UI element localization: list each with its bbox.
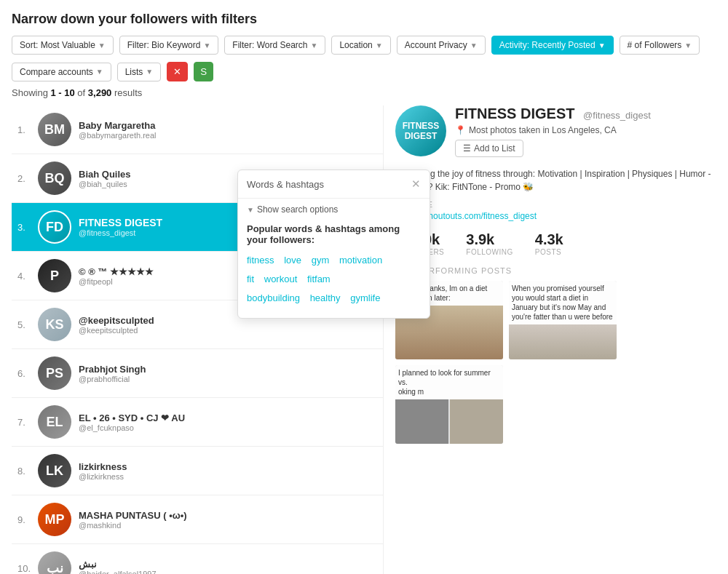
item-handle: @el_fcuknpaso [79, 423, 377, 432]
sort-label: Sort: Most Valuable [20, 40, 95, 50]
item-info: Prabhjot Singh @prabhofficial [79, 364, 377, 383]
profile-location-text: Most photos taken in Los Angeles, CA [469, 125, 617, 135]
account-privacy-dropdown[interactable]: Account Privacy ▼ [397, 36, 486, 55]
post-image-area [509, 324, 617, 359]
tag-healthy[interactable]: healthy [310, 292, 341, 303]
popular-tags: fitness love gym motivation fit workout … [238, 248, 430, 308]
item-info: Baby Margaretha @babymargareth.real [79, 120, 377, 140]
profile-name: FITNESS DIGEST [455, 105, 574, 121]
page-title: Narrow down your followers with filters [12, 12, 716, 27]
filter-word-caret: ▼ [311, 41, 318, 49]
tag-love[interactable]: love [284, 255, 301, 266]
item-number: 5. [17, 319, 38, 330]
show-search-options[interactable]: ▼ Show search options [238, 199, 430, 216]
arrow-icon: ▼ [247, 206, 254, 214]
profile-avatar: FITNESSDIGEST [395, 105, 446, 156]
item-number: 8. [17, 466, 38, 477]
profile-bio: Spreading the joy of fitness through: Mo… [395, 167, 716, 194]
word-search-popup: ✕ ▼ Show search options Popular words & … [237, 170, 430, 319]
filter-word-dropdown[interactable]: Filter: Word Search ▼ [224, 36, 325, 55]
tag-workout[interactable]: workout [264, 274, 298, 284]
account-privacy-caret: ▼ [470, 41, 478, 49]
followers-caret: ▼ [684, 41, 692, 49]
clear-search-button[interactable]: ✕ [411, 178, 421, 191]
item-handle: @babymargareth.real [79, 131, 377, 140]
item-info: EL • 26 • SYD • CJ ❤ AU @el_fcuknpaso [79, 412, 377, 432]
item-number: 6. [17, 368, 38, 379]
stat-following: 3.9k FOLLOWING [466, 231, 513, 256]
tag-fitfam[interactable]: fitfam [307, 274, 331, 284]
delete-button[interactable]: ✕ [167, 62, 188, 81]
sort-caret: ▼ [98, 41, 106, 49]
list-item[interactable]: 8. LK lizkirkness @lizkirkness [12, 447, 383, 495]
item-info: lizkirkness @lizkirkness [79, 461, 377, 481]
post-thumb[interactable]: I planned to look for summer vs.oking m [395, 365, 503, 444]
avatar: P [38, 259, 71, 292]
tag-gymlife[interactable]: gymlife [350, 292, 380, 303]
item-handle: @lizkirkness [79, 472, 377, 481]
compare-accounts-dropdown[interactable]: Compare accounts ▼ [12, 63, 111, 81]
post-thumb[interactable]: When you promised yourself you would sta… [509, 281, 617, 359]
location-label: Location [339, 40, 372, 50]
tag-gym[interactable]: gym [312, 255, 330, 266]
profile-location: 📍 Most photos taken in Los Angeles, CA [455, 125, 716, 135]
list-item[interactable]: 7. EL EL • 26 • SYD • CJ ❤ AU @el_fcuknp… [12, 398, 383, 447]
item-handle: @prabhofficial [79, 375, 377, 383]
item-name: MASHA PUNTASU ( •ω•) [79, 510, 377, 521]
list-item[interactable]: 9. MP MASHA PUNTASU ( •ω•) @mashkind [12, 495, 383, 544]
stats-row: 200.0k FOLLOWERS 3.9k FOLLOWING 4.3k POS… [395, 231, 716, 256]
sort-dropdown[interactable]: Sort: Most Valuable ▼ [12, 36, 114, 55]
add-to-list-button[interactable]: ☰ Add to List [455, 140, 523, 157]
tag-bodybuilding[interactable]: bodybuilding [247, 292, 300, 303]
item-name: Baby Margaretha [79, 120, 377, 131]
profile-info: FITNESS DIGEST @fitness_digest 📍 Most ph… [455, 105, 716, 157]
compare-caret: ▼ [96, 68, 103, 76]
avatar: MP [38, 503, 71, 536]
item-name: EL • 26 • SYD • CJ ❤ AU [79, 412, 377, 423]
activity-dropdown[interactable]: Activity: Recently Posted ▼ [491, 36, 614, 55]
popular-label: Popular words & hashtags among your foll… [238, 216, 430, 248]
followers-label: # of Followers [628, 40, 682, 50]
tag-fit[interactable]: fit [247, 274, 254, 284]
item-name: Prabhjot Singh [79, 364, 377, 375]
item-number: 2. [17, 173, 38, 184]
stat-posts-label: POSTS [535, 248, 563, 256]
lists-dropdown[interactable]: Lists ▼ [117, 63, 162, 81]
stat-posts: 4.3k POSTS [535, 231, 563, 256]
filter-bio-dropdown[interactable]: Filter: Bio Keyword ▼ [119, 36, 219, 55]
list-item[interactable]: 1. BM Baby Margaretha @babymargareth.rea… [12, 105, 383, 154]
stat-following-value: 3.9k [466, 231, 513, 248]
item-number: 4. [17, 271, 38, 282]
list-item[interactable]: 10. نب نبش @haider_alfalsel1997 [12, 544, 383, 574]
main-content: 1. BM Baby Margaretha @babymargareth.rea… [12, 105, 716, 574]
activity-label: Activity: Recently Posted [499, 40, 596, 50]
post-caption: When you promised yourself you would sta… [509, 281, 617, 324]
list-icon: ☰ [463, 143, 471, 154]
list-item[interactable]: 6. PS Prabhjot Singh @prabhofficial [12, 349, 383, 398]
profile-handle: @fitness_digest [583, 110, 651, 121]
item-number: 7. [17, 417, 38, 428]
item-handle: @haider_alfalsel1997 [79, 570, 377, 575]
add-button[interactable]: S [194, 62, 213, 81]
tag-fitness[interactable]: fitness [247, 255, 274, 266]
stat-posts-value: 4.3k [535, 231, 563, 248]
item-number: 10. [17, 563, 38, 574]
location-caret: ▼ [376, 41, 383, 49]
popup-search-row: ✕ [238, 170, 430, 199]
item-name: lizkirkness [79, 461, 377, 472]
item-number: 9. [17, 514, 38, 525]
post-caption: I planned to look for summer vs.oking m [395, 365, 503, 399]
avatar: نب [38, 551, 71, 574]
item-info: MASHA PUNTASU ( •ω•) @mashkind [79, 510, 377, 530]
avatar: EL [38, 405, 71, 439]
post-image-area [395, 399, 503, 444]
post-image-half-left [395, 399, 448, 444]
compare-label: Compare accounts [20, 67, 93, 77]
followers-dropdown[interactable]: # of Followers ▼ [620, 36, 700, 55]
location-dropdown[interactable]: Location ▼ [331, 36, 390, 55]
avatar: LK [38, 454, 71, 487]
top-posts-label: TOP PERFORMING POSTS [395, 266, 716, 275]
website-label: WEBSITE [395, 201, 716, 209]
search-input[interactable] [247, 179, 411, 190]
tag-motivation[interactable]: motivation [339, 255, 382, 266]
